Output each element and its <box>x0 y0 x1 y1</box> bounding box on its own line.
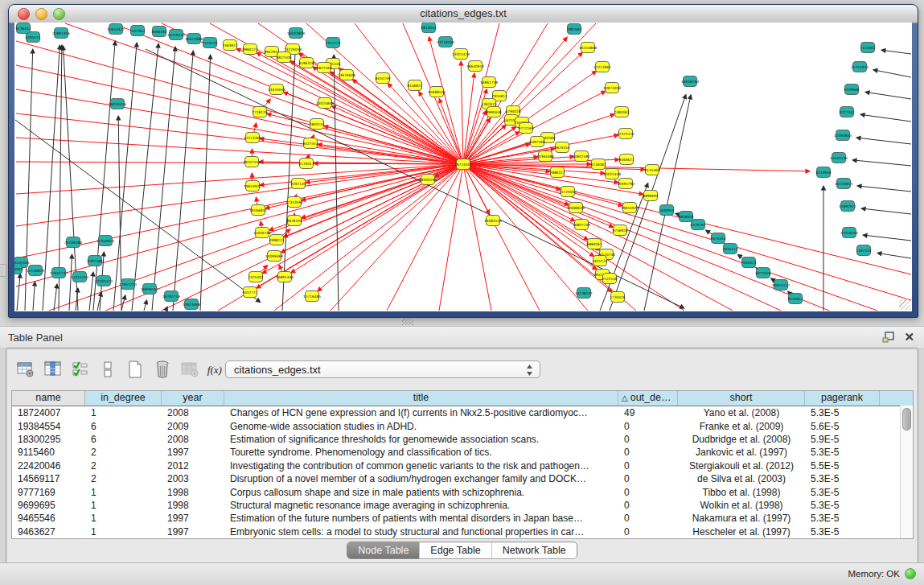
graph-node[interactable]: 10654112 <box>772 280 790 290</box>
graph-node[interactable]: 13325419 <box>452 49 470 60</box>
graph-node[interactable]: 16033809 <box>287 28 305 39</box>
graph-node[interactable]: 8466160 <box>151 27 166 37</box>
graph-node[interactable]: 17942737 <box>50 268 68 278</box>
graph-node[interactable]: 12444136 <box>830 153 848 163</box>
table-row[interactable]: 1872400712008Changes of HCN gene express… <box>12 406 913 419</box>
window-resize-grip[interactable] <box>899 299 910 310</box>
table-scrollbar-thumb[interactable] <box>902 408 911 431</box>
table-row[interactable]: 1456911722003Disruption of a novel membe… <box>12 472 913 485</box>
graph-node[interactable]: 14099469 <box>265 251 283 262</box>
graph-node[interactable]: 15716485 <box>303 291 321 302</box>
graph-node[interactable]: 9756928 <box>612 225 627 236</box>
show-columns-button[interactable] <box>42 357 64 381</box>
graph-node[interactable]: 4170011 <box>298 159 314 169</box>
graph-node[interactable]: 8990448 <box>486 107 501 117</box>
new-table-button[interactable] <box>124 357 146 381</box>
column-header-name[interactable]: name <box>12 391 85 406</box>
graph-node[interactable]: 15720407 <box>559 187 577 197</box>
graph-node[interactable]: 9777169 <box>518 123 533 134</box>
graph-node[interactable]: 9827508 <box>276 52 291 63</box>
column-header-title[interactable]: title <box>224 391 618 406</box>
graph-node[interactable]: 15046785 <box>253 228 271 238</box>
graph-node[interactable]: 19495794 <box>617 179 634 189</box>
graph-node[interactable]: 19384554 <box>484 216 502 226</box>
graph-node[interactable]: 16958167 <box>141 284 158 295</box>
graph-node[interactable]: 2935114 <box>722 244 737 254</box>
graph-node[interactable]: 23420046 <box>268 84 285 95</box>
graph-node[interactable]: 12213369 <box>244 133 261 143</box>
graph-node[interactable]: 1615132 <box>592 256 607 266</box>
graph-node[interactable]: 17957253 <box>119 279 137 290</box>
graph-node[interactable]: 9136442 <box>15 23 31 34</box>
graph-node[interactable]: 19166852 <box>249 205 267 216</box>
graph-node[interactable]: 2803144 <box>309 119 324 130</box>
graph-node[interactable]: 14138141 <box>575 288 593 299</box>
graph-node[interactable]: 16891446 <box>276 272 294 282</box>
network-canvas[interactable]: 5405571228914061065332715276028466160107… <box>14 23 912 311</box>
float-panel-icon[interactable] <box>882 332 895 343</box>
tab-network-table[interactable]: Network Table <box>491 542 577 558</box>
graph-node[interactable]: 16210643 <box>835 179 852 189</box>
graph-node[interactable]: 7463822 <box>222 40 237 51</box>
graph-node[interactable]: 23024848 <box>316 98 334 109</box>
graph-node[interactable]: 10973493 <box>603 83 621 93</box>
network-view-window[interactable]: citations_edges.txt 54055712289140610653… <box>8 4 918 318</box>
column-header-year[interactable]: year <box>162 391 224 406</box>
graph-node[interactable]: 20206588 <box>64 237 82 248</box>
graph-node[interactable]: 7515520 <box>202 38 217 48</box>
graph-node[interactable]: 7886312 <box>549 167 565 178</box>
graph-node[interactable]: 9329966 <box>844 84 859 95</box>
column-header-short[interactable]: short <box>678 391 805 406</box>
graph-node[interactable]: 7357274 <box>325 38 340 48</box>
graph-node[interactable]: 9267130 <box>290 179 306 189</box>
graph-node[interactable]: 6216082 <box>590 159 606 170</box>
graph-node[interactable]: 6497568 <box>529 137 544 147</box>
graph-node[interactable]: 4998222 <box>269 235 284 245</box>
graph-node[interactable]: 18640910 <box>466 61 484 72</box>
import-table-disabled-button[interactable] <box>179 357 201 381</box>
table-row[interactable]: 969969511998Structural magnetic resonanc… <box>12 499 913 512</box>
graph-node[interactable]: 8213958 <box>815 167 831 178</box>
graph-node[interactable]: 11156829 <box>27 266 44 276</box>
table-scrollbar[interactable] <box>900 406 913 538</box>
graph-node[interactable]: 15688520 <box>428 87 446 97</box>
graph-node[interactable]: 9474444 <box>710 233 725 244</box>
graph-node[interactable]: 8960123 <box>242 44 257 55</box>
graph-node[interactable]: 16782759 <box>162 291 180 302</box>
graph-node[interactable]: 9146821 <box>407 80 422 91</box>
graph-node[interactable]: 23676608 <box>338 70 355 80</box>
graph-node[interactable]: 16961758 <box>480 77 498 88</box>
graph-node[interactable]: 26033346 <box>109 99 126 109</box>
citation-network-graph[interactable]: 5405571228914061065332715276028466160107… <box>14 23 912 311</box>
tab-node-table[interactable]: Node Table <box>347 542 419 558</box>
graph-node[interactable]: 9457771 <box>242 287 257 298</box>
table-selector-dropdown[interactable]: citations_edges.txt <box>225 360 540 378</box>
delete-table-button[interactable] <box>151 357 174 381</box>
graph-node[interactable]: 12375115 <box>617 129 634 139</box>
graph-node[interactable]: 9884067 <box>586 239 602 249</box>
graph-node[interactable]: 15751074 <box>851 62 869 72</box>
graph-node[interactable]: 7425402 <box>248 272 263 282</box>
graph-node[interactable]: 9245652 <box>787 294 803 304</box>
graph-node[interactable]: 18300295 <box>419 175 437 185</box>
graph-node[interactable]: 19654923 <box>621 203 639 213</box>
graph-node[interactable]: 10607487 <box>573 151 590 162</box>
graph-node[interactable]: 1527602 <box>129 26 145 36</box>
graph-node[interactable]: 2522548 <box>602 274 617 284</box>
graph-node[interactable]: 1733426 <box>610 292 625 303</box>
network-window-titlebar[interactable]: citations_edges.txt <box>9 5 918 23</box>
graph-node[interactable]: 8878334 <box>286 216 302 226</box>
graph-node[interactable]: 8186328 <box>298 58 314 68</box>
graph-node[interactable]: 11415154 <box>71 272 88 282</box>
graph-node[interactable]: 18107554 <box>243 157 261 167</box>
graph-node[interactable]: 9899695 <box>643 191 658 201</box>
graph-node[interactable]: 9115460 <box>644 165 659 175</box>
graph-node[interactable]: 1640955 <box>659 205 674 216</box>
select-all-columns-button[interactable] <box>69 357 92 381</box>
graph-node[interactable]: 10923468 <box>183 299 200 310</box>
graph-node[interactable]: 12359924 <box>97 236 114 246</box>
graph-node[interactable]: 16154808 <box>579 43 597 53</box>
graph-node[interactable]: 16807249 <box>573 220 590 230</box>
graph-node[interactable]: 2718126 <box>252 107 267 117</box>
graph-node[interactable]: 9227342 <box>839 107 854 117</box>
